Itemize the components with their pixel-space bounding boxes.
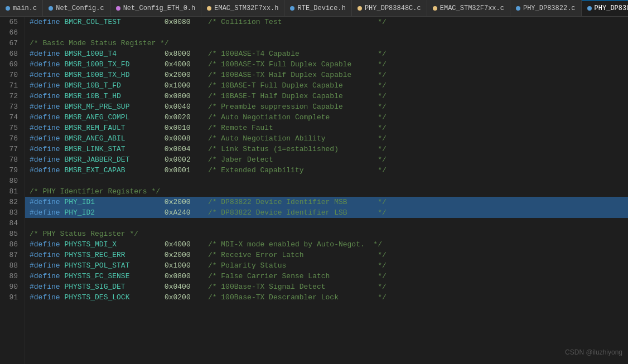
tab-label: RTE_Device.h — [297, 4, 345, 12]
code-line: /* PHY Status Register */ — [25, 229, 628, 239]
code-line — [25, 218, 628, 229]
code-line: #define BMSR_100B_TX_FD 0x4000 /* 100BAS… — [25, 59, 628, 70]
line-number: 87 — [4, 250, 18, 260]
tab-RTE_Device-h[interactable]: RTE_Device.h — [284, 0, 351, 16]
line-number: 89 — [4, 271, 18, 282]
tab-dot-icon — [433, 6, 437, 11]
code-line: #define BMSR_EXT_CAPAB 0x0001 /* Extende… — [25, 165, 628, 176]
tab-PHY_DP83822-h[interactable]: PHY_DP83822.h — [582, 0, 628, 16]
code-line: #define PHY_ID2 0xA240 /* DP83822 Device… — [25, 207, 628, 218]
tab-dot-icon — [6, 6, 10, 11]
line-number: 73 — [4, 101, 18, 112]
code-line: /* Basic Mode Status Register */ — [25, 38, 628, 48]
line-number: 67 — [4, 38, 18, 48]
line-number: 70 — [4, 70, 18, 80]
tab-EMAC_STM32F7xx-h[interactable]: EMAC_STM32F7xx.h — [201, 0, 284, 16]
editor: 6566676869707172737475767778798081828384… — [0, 17, 628, 364]
code-line: #define BMSR_10B_T_FD 0x1000 /* 10BASE-T… — [25, 80, 628, 91]
line-number: 84 — [4, 218, 18, 229]
tab-PHY_DP83848C-c[interactable]: PHY_DP83848C.c — [352, 0, 427, 16]
line-number: 72 — [4, 91, 18, 101]
code-line — [25, 27, 628, 38]
tab-main-c[interactable]: main.c — [0, 0, 43, 16]
line-number: 83 — [4, 207, 18, 218]
tab-dot-icon — [516, 6, 520, 11]
tab-label: PHY_DP83822.h — [595, 4, 628, 12]
tab-label: EMAC_STM32F7xx.h — [214, 4, 278, 12]
tab-PHY_DP83822-c[interactable]: PHY_DP83822.c — [510, 0, 582, 16]
tab-label: EMAC_STM32F7xx.c — [440, 4, 504, 12]
line-number: 77 — [4, 144, 18, 154]
code-line: #define PHYSTS_SIG_DET 0x0400 /* 100Base… — [25, 282, 628, 292]
code-area: #define BMCR_COL_TEST 0x0080 /* Collisio… — [25, 17, 628, 364]
line-number: 79 — [4, 165, 18, 176]
line-number: 91 — [4, 292, 18, 303]
code-line: #define PHYSTS_REC_ERR 0x2000 /* Receive… — [25, 250, 628, 260]
line-number: 88 — [4, 260, 18, 271]
line-numbers: 6566676869707172737475767778798081828384… — [0, 17, 25, 364]
code-line: #define PHY_ID1 0x2000 /* DP83822 Device… — [25, 197, 628, 207]
line-number: 85 — [4, 229, 18, 239]
code-line: #define PHYSTS_FC_SENSE 0x0800 /* False … — [25, 271, 628, 282]
tab-dot-icon — [116, 6, 120, 11]
code-line: #define BMSR_MF_PRE_SUP 0x0040 /* Preamb… — [25, 101, 628, 112]
code-line: #define PHYSTS_DES_LOCK 0x0200 /* 100Bas… — [25, 292, 628, 303]
tab-dot-icon — [49, 6, 53, 11]
line-number: 66 — [4, 27, 18, 38]
line-number: 90 — [4, 282, 18, 292]
code-line: #define PHYSTS_MDI_X 0x4000 /* MDI-X mod… — [25, 239, 628, 250]
line-number: 78 — [4, 154, 18, 165]
code-line: #define BMSR_100B_TX_HD 0x2000 /* 100BAS… — [25, 70, 628, 80]
tab-EMAC_STM32F7xx-c[interactable]: EMAC_STM32F7xx.c — [427, 0, 510, 16]
tab-dot-icon — [358, 6, 362, 11]
code-line: #define BMSR_JABBER_DET 0x0002 /* Jaber … — [25, 154, 628, 165]
line-number: 69 — [4, 59, 18, 70]
tab-label: PHY_DP83822.c — [523, 4, 576, 12]
line-number: 74 — [4, 112, 18, 123]
line-number: 80 — [4, 176, 18, 186]
tab-Net_Config-c[interactable]: Net_Config.c — [43, 0, 110, 16]
code-line: #define BMCR_COL_TEST 0x0080 /* Collisio… — [25, 17, 628, 27]
line-number: 76 — [4, 133, 18, 144]
tab-Net_Config_ETH_0-h[interactable]: Net_Config_ETH_0.h — [110, 0, 202, 16]
code-line: #define BMSR_10B_T_HD 0x0800 /* 10BASE-T… — [25, 91, 628, 101]
code-line: #define BMSR_ANEG_ABIL 0x0008 /* Auto Ne… — [25, 133, 628, 144]
code-line: #define BMSR_REM_FAULT 0x0010 /* Remote … — [25, 123, 628, 133]
line-number: 71 — [4, 80, 18, 91]
tab-dot-icon — [290, 6, 294, 11]
code-line — [25, 176, 628, 186]
line-number: 82 — [4, 197, 18, 207]
tab-label: PHY_DP83848C.c — [365, 4, 421, 12]
watermark: CSDN @iluzhiyong — [565, 348, 622, 356]
line-number: 68 — [4, 48, 18, 59]
code-line: #define BMSR_LINK_STAT 0x0004 /* Link St… — [25, 144, 628, 154]
code-line: #define BMSR_ANEG_COMPL 0x0020 /* Auto N… — [25, 112, 628, 123]
line-number: 86 — [4, 239, 18, 250]
line-number: 65 — [4, 17, 18, 27]
code-line: /* PHY Identifier Registers */ — [25, 186, 628, 197]
tab-label: Net_Config_ETH_0.h — [123, 4, 196, 12]
tab-label: Net_Config.c — [56, 4, 104, 12]
code-line: #define PHYSTS_POL_STAT 0x1000 /* Polari… — [25, 260, 628, 271]
tab-bar: main.cNet_Config.cNet_Config_ETH_0.hEMAC… — [0, 0, 628, 17]
line-number: 75 — [4, 123, 18, 133]
code-line: #define BMSR_100B_T4 0x8000 /* 100BASE-T… — [25, 48, 628, 59]
tab-dot-icon — [587, 6, 592, 11]
line-number: 81 — [4, 186, 18, 197]
tab-dot-icon — [207, 6, 211, 11]
tab-label: main.c — [13, 4, 37, 12]
